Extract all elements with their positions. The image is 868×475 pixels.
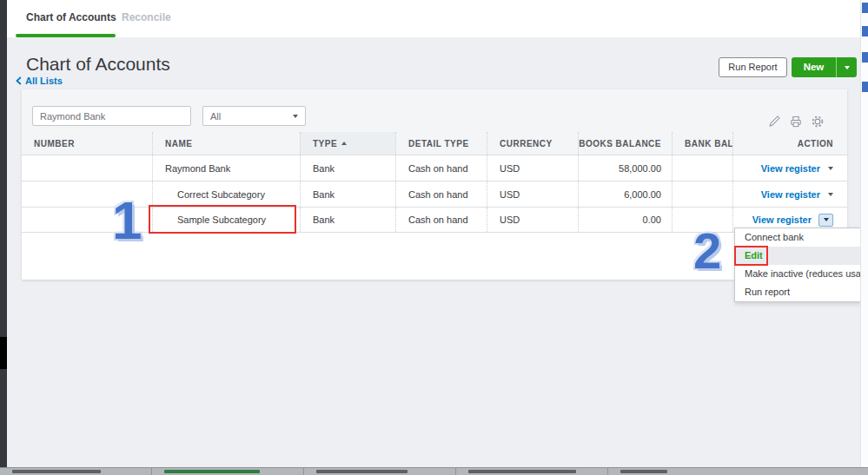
chevron-left-icon (16, 76, 22, 85)
print-icon[interactable] (789, 115, 803, 129)
settings-gear-icon[interactable] (811, 115, 825, 129)
cell-bank-balance (672, 181, 732, 207)
accounts-table-card: All NUMBER NAME TYPE DETAIL TYPE CURRENC… (22, 89, 847, 280)
edge-mark (862, 52, 868, 63)
chevron-down-icon (824, 218, 829, 221)
row-action-dropdown[interactable] (828, 167, 833, 170)
column-header-name[interactable]: NAME (152, 132, 300, 155)
cell-quickbooks-balance: 58,000.00 (578, 155, 672, 181)
chevron-down-icon (293, 115, 298, 118)
table-row-raymond-bank[interactable]: Raymond Bank Bank Cash on hand USD 58,00… (22, 155, 847, 181)
cell-quickbooks-balance: 6,000.00 (578, 181, 672, 207)
clipped-tab (456, 468, 608, 475)
accounts-table: NUMBER NAME TYPE DETAIL TYPE CURRENCY QU… (22, 132, 847, 233)
cell-currency: USD (487, 181, 578, 207)
left-nav-sliver (0, 0, 7, 475)
clipped-tab (304, 468, 456, 475)
column-header-currency[interactable]: CURRENCY (487, 132, 578, 155)
cell-type: Bank (300, 208, 395, 232)
column-header-quickbooks-balance[interactable]: QUICKBOOKS BALANCE (578, 132, 672, 155)
account-type-filter-select[interactable]: All (202, 106, 306, 126)
table-row-correct-subcategory[interactable]: Correct Subcategory Bank Cash on hand US… (22, 181, 847, 207)
back-to-all-lists-link[interactable]: All Lists (16, 76, 63, 86)
cell-currency: USD (487, 155, 578, 181)
table-row-sample-subcategory[interactable]: Sample Subcategory Bank Cash on hand USD… (22, 207, 847, 233)
quickbooks-chart-of-accounts-screen: Chart of Accounts Reconcile Chart of Acc… (0, 0, 868, 475)
view-register-link[interactable]: View register (752, 214, 812, 225)
chevron-down-icon (828, 167, 833, 170)
right-edge-sliver (860, 0, 868, 467)
cell-detail-type: Cash on hand (395, 208, 487, 232)
clipped-tab (152, 468, 304, 475)
clipped-browser-tabs (0, 467, 868, 475)
view-register-link[interactable]: View register (761, 163, 820, 174)
table-header-row: NUMBER NAME TYPE DETAIL TYPE CURRENCY QU… (22, 132, 847, 155)
column-header-type[interactable]: TYPE (300, 132, 395, 155)
row-action-dropdown[interactable] (828, 193, 833, 196)
edge-mark (862, 26, 868, 36)
new-button-label[interactable]: New (792, 57, 836, 77)
sort-ascending-icon (341, 142, 347, 145)
edit-pencil-icon[interactable] (767, 115, 781, 129)
chevron-down-icon (845, 66, 850, 69)
cell-detail-type: Cash on hand (395, 155, 487, 181)
clipped-tab (0, 468, 152, 475)
cell-type: Bank (300, 181, 395, 207)
cell-bank-balance (672, 208, 732, 232)
column-header-type-label: TYPE (313, 139, 337, 148)
column-header-detail-type[interactable]: DETAIL TYPE (395, 132, 487, 155)
page-title: Chart of Accounts (26, 54, 170, 75)
tab-bar: Chart of Accounts Reconcile (7, 0, 860, 37)
column-header-action[interactable]: ACTION (732, 132, 847, 155)
active-tab-underline (16, 34, 116, 37)
filter-toolbar: All (22, 89, 847, 132)
clipped-tab (608, 468, 868, 475)
cell-action: View register (732, 181, 847, 207)
view-register-link[interactable]: View register (761, 189, 820, 200)
account-type-filter-value: All (210, 111, 221, 122)
back-link-label: All Lists (25, 76, 63, 86)
menu-item-make-inactive[interactable]: Make inactive (reduces usage) (735, 265, 860, 283)
left-nav-black-segment (0, 337, 7, 369)
menu-item-edit[interactable]: Edit (735, 247, 860, 265)
run-report-button[interactable]: Run Report (719, 57, 787, 77)
cell-name: Correct Subcategory (152, 181, 300, 207)
row-action-context-menu: Connect bank Edit Make inactive (reduces… (734, 228, 861, 302)
row-action-dropdown-open[interactable] (818, 214, 833, 227)
cell-currency: USD (487, 208, 578, 232)
cell-detail-type: Cash on hand (395, 181, 487, 207)
chevron-down-icon (828, 193, 833, 196)
cell-number (22, 208, 152, 232)
cell-number (22, 181, 152, 207)
cell-number (22, 155, 152, 181)
tab-reconcile[interactable]: Reconcile (122, 11, 171, 23)
edge-mark (862, 3, 868, 13)
menu-item-run-report[interactable]: Run report (735, 283, 860, 301)
cell-action: View register (732, 155, 847, 181)
column-header-bank-balance[interactable]: BANK BALANCE (672, 132, 732, 155)
new-button-dropdown[interactable] (836, 57, 857, 77)
menu-item-connect-bank[interactable]: Connect bank (735, 228, 860, 247)
cell-quickbooks-balance: 0.00 (578, 208, 672, 232)
cell-bank-balance (672, 155, 732, 181)
cell-type: Bank (300, 155, 395, 181)
new-button[interactable]: New (792, 57, 857, 77)
tab-chart-of-accounts[interactable]: Chart of Accounts (26, 11, 116, 23)
filter-by-name-input[interactable] (32, 106, 191, 126)
cell-name: Raymond Bank (152, 155, 300, 181)
edge-mark (862, 82, 868, 92)
column-header-number[interactable]: NUMBER (22, 132, 152, 155)
cell-name: Sample Subcategory (152, 208, 300, 232)
